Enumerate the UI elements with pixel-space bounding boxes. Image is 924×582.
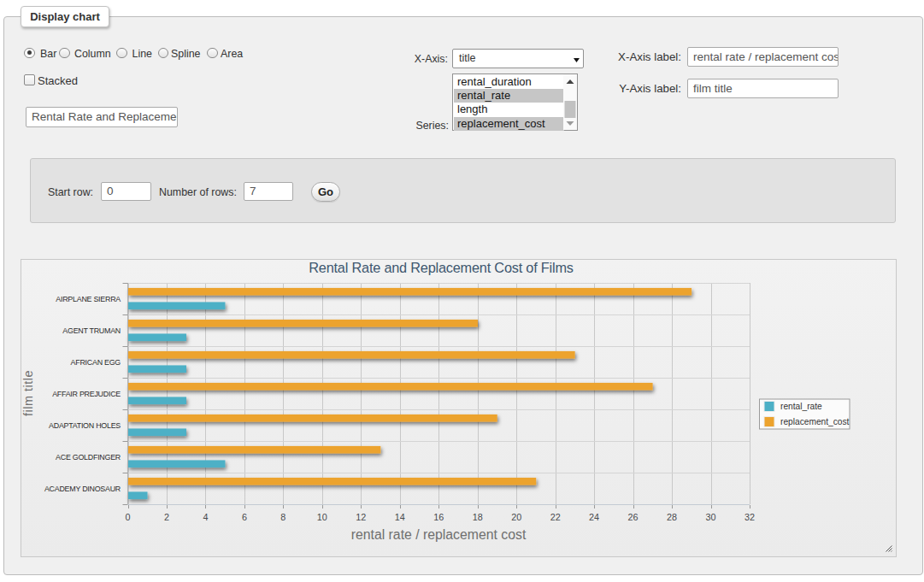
svg-text:AGENT TRUMAN: AGENT TRUMAN [62,326,121,335]
svg-text:14: 14 [395,512,405,522]
svg-text:26: 26 [628,512,639,522]
svg-text:24: 24 [589,512,599,522]
svg-text:AFRICAN EGG: AFRICAN EGG [71,358,121,367]
svg-text:ADAPTATION HOLES: ADAPTATION HOLES [49,421,121,430]
svg-text:ACADEMY DINOSAUR: ACADEMY DINOSAUR [44,485,121,493]
svg-text:32: 32 [744,512,755,522]
svg-text:18: 18 [473,512,483,522]
svg-text:0: 0 [125,512,130,522]
svg-text:8: 8 [280,512,285,522]
svg-text:rental rate / replacement cost: rental rate / replacement cost [351,527,527,542]
svg-text:AFFAIR PREJUDICE: AFFAIR PREJUDICE [52,390,121,398]
svg-text:20: 20 [511,512,521,522]
svg-text:28: 28 [667,512,677,522]
svg-text:6: 6 [242,512,247,522]
svg-text:4: 4 [203,512,208,522]
svg-text:AIRPLANE SIERRA: AIRPLANE SIERRA [56,295,121,303]
svg-text:30: 30 [706,512,716,522]
svg-text:film title: film title [21,370,35,416]
svg-text:replacement_cost: replacement_cost [780,417,850,426]
svg-text:22: 22 [550,512,561,522]
svg-text:2: 2 [164,512,169,522]
svg-text:ACE GOLDFINGER: ACE GOLDFINGER [56,453,121,461]
svg-text:rental_rate: rental_rate [780,402,822,411]
svg-text:10: 10 [317,512,327,522]
svg-text:16: 16 [433,512,444,522]
svg-text:12: 12 [356,512,366,522]
svg-text:Rental Rate and Replacement Co: Rental Rate and Replacement Cost of Film… [309,260,573,275]
